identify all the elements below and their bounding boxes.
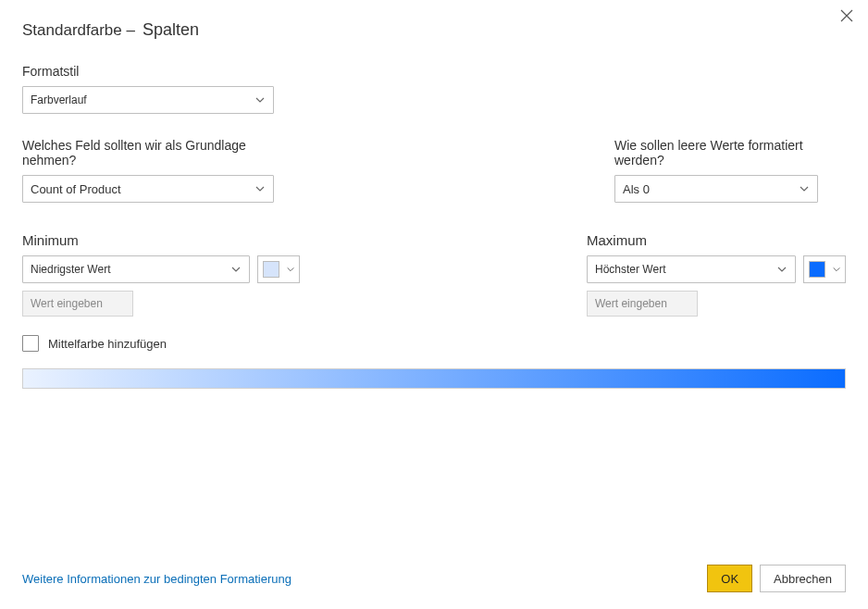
- chevron-down-icon: [776, 264, 787, 275]
- basis-field-label: Welches Feld sollten wir als Grundlage n…: [22, 138, 300, 168]
- maximum-value: Höchster Wert: [595, 263, 665, 276]
- chevron-down-icon: [254, 183, 266, 194]
- empty-values-label: Wie sollen leere Werte formatiert werden…: [614, 138, 846, 168]
- maximum-color-swatch: [809, 261, 825, 278]
- maximum-color-picker[interactable]: [803, 255, 846, 283]
- minimum-value-input[interactable]: Wert eingeben: [22, 291, 133, 317]
- maximum-placeholder: Wert eingeben: [595, 297, 667, 310]
- conditional-formatting-dialog: Standardfarbe – Spalten Formatstil Farbv…: [0, 0, 868, 609]
- middle-color-checkbox[interactable]: [22, 335, 39, 352]
- close-icon[interactable]: [840, 7, 853, 27]
- minimum-color-swatch: [263, 261, 279, 278]
- title-main: Spalten: [143, 20, 199, 40]
- minimum-label: Minimum: [22, 232, 300, 248]
- maximum-value-input[interactable]: Wert eingeben: [587, 291, 698, 317]
- chevron-down-icon: [828, 265, 845, 274]
- format-style-label: Formatstil: [22, 64, 846, 79]
- format-style-select[interactable]: Farbverlauf: [22, 86, 274, 114]
- ok-button[interactable]: OK: [707, 565, 752, 592]
- cancel-button[interactable]: Abbrechen: [760, 565, 846, 592]
- basis-field-select[interactable]: Count of Product: [22, 175, 274, 203]
- chevron-down-icon: [230, 264, 242, 275]
- title-prefix: Standardfarbe –: [22, 21, 135, 40]
- format-style-value: Farbverlauf: [31, 93, 87, 106]
- empty-values-value: Als 0: [623, 182, 650, 196]
- minimum-select[interactable]: Niedrigster Wert: [22, 255, 250, 283]
- minimum-value: Niedrigster Wert: [31, 263, 110, 276]
- chevron-down-icon: [282, 265, 299, 274]
- maximum-label: Maximum: [587, 232, 846, 248]
- maximum-select[interactable]: Höchster Wert: [587, 255, 796, 283]
- chevron-down-icon: [254, 94, 266, 106]
- minimum-color-picker[interactable]: [257, 255, 300, 283]
- basis-field-value: Count of Product: [31, 182, 121, 196]
- middle-color-label: Mittelfarbe hinzufügen: [48, 337, 167, 351]
- chevron-down-icon: [799, 183, 810, 194]
- dialog-title: Standardfarbe – Spalten: [22, 0, 846, 40]
- empty-values-select[interactable]: Als 0: [614, 175, 818, 203]
- learn-more-link[interactable]: Weitere Informationen zur bedingten Form…: [22, 572, 291, 586]
- minimum-placeholder: Wert eingeben: [31, 297, 103, 310]
- gradient-preview: [22, 368, 846, 389]
